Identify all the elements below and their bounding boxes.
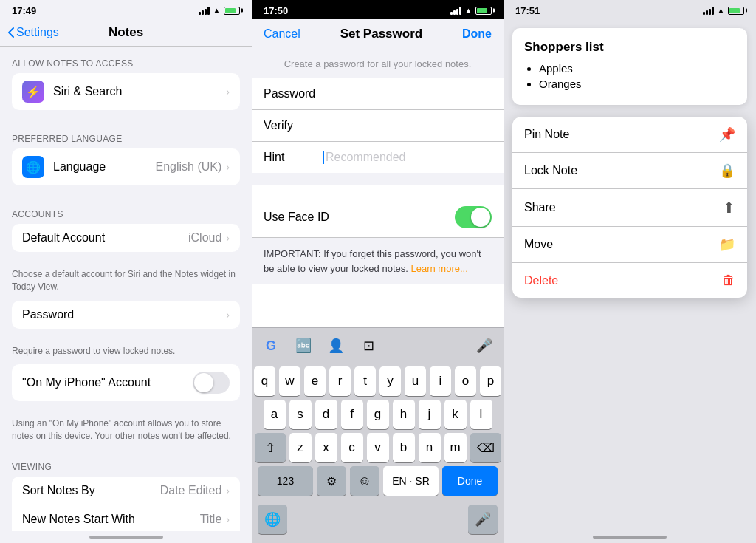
space-key[interactable]: EN · SR (383, 466, 439, 496)
key-s[interactable]: s (289, 400, 312, 429)
key-o[interactable]: o (455, 366, 476, 396)
key-e[interactable]: e (304, 366, 326, 396)
siri-icon: ⚡ (22, 81, 44, 103)
mic-toolbar-button[interactable]: 🎤 (471, 332, 498, 359)
section-header-allow: ALLOW NOTES TO ACCESS (0, 47, 252, 73)
hint-field-label: Hint (264, 151, 323, 164)
hint-input[interactable] (326, 151, 492, 164)
key-a[interactable]: a (264, 400, 286, 429)
pin-note-menu-item[interactable]: Pin Note 📌 (512, 117, 747, 153)
key-g[interactable]: g (367, 400, 389, 429)
notes-nav-bar: Settings Notes (0, 19, 252, 47)
key-q[interactable]: q (254, 366, 275, 396)
signal-icon-1 (199, 7, 210, 15)
key-x[interactable]: x (315, 433, 337, 462)
password-chevron: › (226, 309, 230, 321)
wifi-icon-3: ▲ (717, 6, 725, 15)
language-row[interactable]: 🌐 Language English (UK) › (12, 148, 240, 185)
default-account-chevron: › (226, 232, 230, 244)
battery-icon-1 (224, 7, 240, 15)
section-header-language: PREFERRED LANGUAGE (0, 122, 252, 148)
on-my-iphone-toggle[interactable] (193, 372, 230, 394)
lock-note-menu-item[interactable]: Lock Note 🔒 (512, 153, 747, 189)
numbers-key[interactable]: 123 (258, 466, 313, 496)
section-header-viewing: VIEWING (0, 450, 252, 477)
delete-menu-item[interactable]: Delete 🗑 (512, 263, 747, 298)
password-input[interactable] (323, 87, 492, 100)
move-label: Move (524, 238, 553, 251)
important-notice: IMPORTANT: If you forget this password, … (252, 238, 504, 284)
cancel-button[interactable]: Cancel (264, 27, 300, 41)
home-indicator-1 (89, 536, 163, 539)
key-m[interactable]: m (444, 433, 467, 462)
language-label: Language (53, 160, 156, 174)
default-account-row[interactable]: Default Account iCloud › (12, 224, 240, 252)
key-w[interactable]: w (279, 366, 300, 396)
key-u[interactable]: u (405, 366, 426, 396)
keyboard-row-4: 123 ⚙ ☺ EN · SR Done (252, 466, 504, 502)
delete-key[interactable]: ⌫ (470, 433, 501, 462)
section-header-accounts: ACCOUNTS (0, 197, 252, 224)
learn-more-link[interactable]: Learn more... (410, 263, 467, 274)
time-2: 17:50 (264, 5, 288, 16)
move-menu-item[interactable]: Move 📁 (512, 227, 747, 263)
translate-toolbar-button[interactable]: 🔤 (290, 332, 317, 359)
emoji-key[interactable]: ☺ (350, 466, 379, 496)
key-y[interactable]: y (379, 366, 401, 396)
camera-toolbar-button[interactable]: 👤 (323, 332, 349, 359)
share-menu-item[interactable]: Share ⬆ (512, 189, 747, 227)
settings-scroll[interactable]: ALLOW NOTES TO ACCESS ⚡ Siri & Search › … (0, 47, 252, 531)
keyboard-done-key[interactable]: Done (442, 466, 498, 496)
language-group: 🌐 Language English (UK) › (12, 148, 240, 185)
face-id-row: Use Face ID (252, 197, 504, 238)
on-my-iphone-row[interactable]: "On My iPhone" Account (12, 364, 240, 401)
google-toolbar-button[interactable]: G (258, 332, 284, 359)
status-bar-1: 17:49 ▲ (0, 0, 252, 19)
keyboard-rows: q w e r t y u i o p a s d f g (252, 363, 504, 543)
password-fields-group: Password Verify Hint (252, 78, 504, 173)
key-n[interactable]: n (419, 433, 441, 462)
set-password-content: Cancel Set Password Done Create a passwo… (252, 19, 504, 543)
key-f[interactable]: f (341, 400, 363, 429)
scan-toolbar-button[interactable]: ⊡ (355, 332, 382, 359)
key-i[interactable]: i (430, 366, 451, 396)
key-c[interactable]: c (341, 433, 363, 462)
key-k[interactable]: k (444, 400, 467, 429)
password-label: Password (22, 308, 226, 321)
note-card: Shoppers list Apples Oranges (512, 28, 747, 105)
verify-field-row: Verify (252, 110, 504, 142)
key-t[interactable]: t (354, 366, 376, 396)
face-id-toggle[interactable] (455, 206, 492, 228)
list-item: Oranges (539, 78, 735, 90)
set-password-nav: Cancel Set Password Done (252, 19, 504, 49)
password-row[interactable]: Password › (12, 301, 240, 329)
set-password-title: Set Password (340, 27, 423, 41)
done-button[interactable]: Done (462, 27, 492, 41)
siri-search-row[interactable]: ⚡ Siri & Search › (12, 73, 240, 110)
sort-notes-label: Sort Notes By (22, 484, 160, 497)
sort-notes-value: Date Edited (160, 484, 222, 497)
keyboard-toolbar: G 🔤 👤 ⊡ 🎤 (252, 327, 504, 363)
mic-key[interactable]: 🎤 (468, 505, 498, 534)
key-h[interactable]: h (393, 400, 415, 429)
key-p[interactable]: p (480, 366, 501, 396)
key-z[interactable]: z (289, 433, 312, 462)
key-v[interactable]: v (367, 433, 389, 462)
key-j[interactable]: j (419, 400, 441, 429)
key-b[interactable]: b (393, 433, 415, 462)
globe-key[interactable]: 🌐 (258, 505, 287, 534)
key-l[interactable]: l (470, 400, 492, 429)
status-icons-2: ▲ (450, 6, 492, 15)
key-d[interactable]: d (315, 400, 337, 429)
face-id-label: Use Face ID (264, 211, 329, 224)
time-3: 17:51 (515, 5, 540, 16)
shift-key[interactable]: ⇧ (255, 433, 286, 462)
back-to-settings-button[interactable]: Settings (7, 26, 59, 39)
wifi-icon-2: ▲ (464, 6, 472, 15)
gear-key[interactable]: ⚙ (317, 466, 346, 496)
new-notes-row[interactable]: New Notes Start With Title › (12, 505, 240, 531)
hint-field-row: Hint (252, 142, 504, 173)
sort-notes-row[interactable]: Sort Notes By Date Edited › (12, 477, 240, 505)
verify-input[interactable] (323, 119, 492, 132)
key-r[interactable]: r (329, 366, 351, 396)
